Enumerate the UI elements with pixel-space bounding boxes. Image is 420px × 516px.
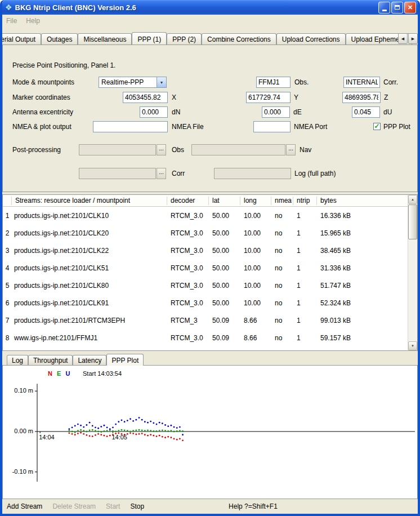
obs-label: Obs.: [294, 77, 309, 88]
browse-nav-button[interactable]: ...: [286, 144, 296, 155]
cell-mountpoint: products.igs-ip.net:2101/RTCM3EPH: [12, 317, 167, 324]
cell-ntrip: 1: [293, 334, 317, 342]
tab-latency[interactable]: Latency: [73, 355, 106, 365]
tab-outages[interactable]: Outages: [41, 33, 78, 45]
nmea-label: NMEA & plot output: [12, 121, 72, 132]
x-label: X: [172, 92, 176, 103]
tab-ppp-2[interactable]: PPP (2): [167, 33, 202, 45]
titlebar[interactable]: ❖ BKG Ntrip Client (BNC) Version 2.6 ✕: [2, 0, 418, 15]
de-field[interactable]: [262, 106, 290, 118]
cell-ntrip: 1: [293, 299, 317, 307]
header-bytes[interactable]: bytes: [317, 197, 408, 205]
browse-corr-button[interactable]: ...: [157, 168, 166, 179]
dn-label: dN: [172, 106, 180, 118]
obs-mountpoint-field[interactable]: [256, 77, 291, 88]
add-stream-button[interactable]: Add Stream: [7, 502, 42, 510]
row-number: 6: [3, 299, 12, 307]
cell-decoder: RTCM_3.0: [167, 264, 209, 272]
ppp-plot-canvas: [3, 366, 416, 499]
stream-row[interactable]: 5products.igs-ip.net:2101/CLK80RTCM_3.05…: [3, 277, 408, 294]
du-field[interactable]: [352, 106, 380, 118]
chevron-down-icon[interactable]: ▼: [157, 77, 166, 87]
mode-combobox[interactable]: Realtime-PPP ▼: [99, 77, 167, 88]
nmea-file-field[interactable]: [93, 121, 168, 132]
header-lat[interactable]: lat: [209, 197, 240, 205]
cell-mountpoint: products.igs-ip.net:2101/CLK20: [12, 229, 167, 237]
marker-x-field[interactable]: [123, 92, 168, 103]
minimize-button[interactable]: [378, 2, 390, 14]
cell-decoder: RTCM_3.0: [167, 229, 209, 237]
cell-ntrip: 1: [293, 317, 317, 324]
tab-miscellaneous[interactable]: Miscellaneous: [78, 33, 132, 45]
header-mountpoint[interactable]: Streams: resource loader / mountpoint: [12, 197, 167, 205]
tab-scroll-left-button[interactable]: ◀: [398, 33, 408, 44]
corr-mountpoint-field[interactable]: [343, 77, 380, 88]
mode-label: Mode & mountpoints: [12, 77, 74, 88]
stream-row[interactable]: 7products.igs-ip.net:2101/RTCM3EPHRTCM_3…: [3, 312, 408, 329]
stream-row[interactable]: 2products.igs-ip.net:2101/CLK20RTCM_3.05…: [3, 224, 408, 242]
stop-button[interactable]: Stop: [130, 502, 144, 510]
stream-row[interactable]: 3products.igs-ip.net:2101/CLK22RTCM_3.05…: [3, 242, 408, 259]
tab-combine-corrections[interactable]: Combine Corrections: [202, 33, 276, 45]
cell-lat: 50.09: [209, 317, 240, 324]
tab-serial-output[interactable]: Serial Output: [2, 33, 41, 45]
postproc-label: Post-processing: [12, 144, 61, 155]
scrollbar-thumb[interactable]: [408, 204, 417, 239]
nmea-port-label: NMEA Port: [294, 121, 327, 132]
stream-row[interactable]: 4products.igs-ip.net:2101/CLK51RTCM_3.05…: [3, 259, 408, 277]
header-ntrip[interactable]: ntrip: [293, 197, 317, 205]
tab-log[interactable]: Log: [7, 355, 28, 365]
postproc-log-label: Log (full path): [294, 168, 336, 179]
plot-legend: N E U: [48, 370, 73, 377]
postproc-obs-label: Obs: [172, 144, 184, 155]
table-scrollbar[interactable]: ▲ ▼: [408, 195, 417, 350]
header-row-number: [3, 197, 12, 205]
dn-field[interactable]: [140, 106, 168, 118]
tab-ppp-1[interactable]: PPP (1): [132, 32, 167, 45]
header-decoder[interactable]: decoder: [167, 197, 209, 205]
tab-scroller: ◀ ▶: [397, 33, 418, 44]
maximize-icon: [395, 5, 400, 10]
stream-row[interactable]: 1products.igs-ip.net:2101/CLK10RTCM_3.05…: [3, 207, 408, 224]
tab-upload-corrections[interactable]: Upload Corrections: [276, 33, 346, 45]
tab-throughput[interactable]: Throughput: [28, 355, 73, 365]
scroll-down-button[interactable]: ▼: [408, 341, 417, 350]
marker-y-field[interactable]: [246, 92, 291, 103]
menu-help[interactable]: Help: [26, 17, 40, 25]
cell-nmea: no: [271, 212, 293, 220]
menubar: File Help: [2, 15, 418, 26]
cell-long: 10.00: [240, 299, 271, 307]
left-arrow-icon: ◀: [401, 37, 404, 41]
close-button[interactable]: ✕: [404, 2, 416, 14]
ppp-plot-label: PPP Plot: [383, 121, 410, 132]
stream-row[interactable]: 6products.igs-ip.net:2101/CLK91RTCM_3.05…: [3, 294, 408, 312]
cell-nmea: no: [271, 334, 293, 342]
header-long[interactable]: long: [240, 197, 271, 205]
check-icon: ✓: [374, 123, 379, 130]
cell-lat: 50.00: [209, 229, 240, 237]
help-label: Help ?=Shift+F1: [229, 502, 278, 510]
nmea-port-field[interactable]: [253, 121, 291, 132]
cell-decoder: RTCM_3.0: [167, 282, 209, 290]
tab-scroll-right-button[interactable]: ▶: [408, 33, 418, 44]
plot-ytick-label: 0.00 m: [4, 428, 33, 434]
cell-mountpoint: www.igs-ip.net:2101/FFMJ1: [12, 334, 167, 342]
plot-legend-item: E: [57, 370, 61, 377]
cell-lat: 50.00: [209, 282, 240, 290]
cell-nmea: no: [271, 247, 293, 255]
browse-obs-button[interactable]: ...: [157, 144, 166, 155]
row-number: 7: [3, 317, 12, 324]
scrollbar-track[interactable]: [408, 204, 417, 341]
ppp-plot-checkbox[interactable]: ✓: [373, 123, 381, 130]
down-arrow-icon: ▼: [411, 344, 414, 348]
antenna-label: Antenna excentricity: [12, 106, 73, 118]
cell-long: 8.66: [240, 317, 271, 324]
marker-z-field[interactable]: [342, 92, 381, 103]
scroll-up-button[interactable]: ▲: [408, 195, 417, 204]
menu-file[interactable]: File: [6, 17, 17, 25]
stream-row[interactable]: 8www.igs-ip.net:2101/FFMJ1RTCM_3.050.098…: [3, 329, 408, 346]
postproc-nav-label: Nav: [300, 144, 311, 155]
maximize-button[interactable]: [391, 2, 403, 14]
tab-ppp-plot[interactable]: PPP Plot: [106, 354, 144, 366]
header-nmea[interactable]: nmea: [271, 197, 293, 205]
